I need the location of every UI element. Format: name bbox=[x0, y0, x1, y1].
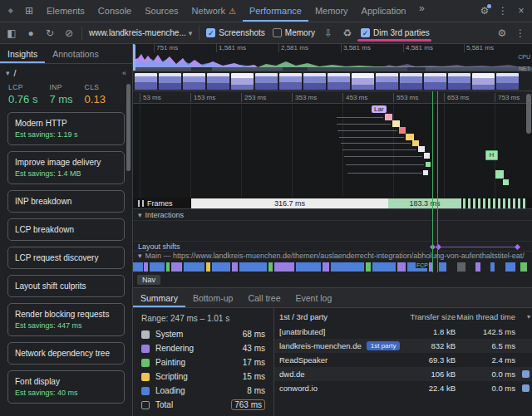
screenshot-thumbnail[interactable] bbox=[303, 73, 326, 90]
more-tabs-icon[interactable]: » bbox=[412, 0, 431, 17]
request-block[interactable] bbox=[392, 120, 400, 127]
tab-network[interactable]: Network⚠ bbox=[185, 0, 243, 22]
chevron-down-icon[interactable]: ▾ bbox=[138, 211, 142, 219]
tab-call-tree[interactable]: Call tree bbox=[240, 288, 288, 307]
memory-checkbox[interactable]: Memory bbox=[269, 28, 318, 37]
record-icon[interactable]: ● bbox=[22, 25, 40, 42]
kebab-menu-icon[interactable]: ⋮ bbox=[494, 2, 512, 19]
screenshot-thumbnail[interactable] bbox=[183, 73, 205, 90]
tab-console[interactable]: Console bbox=[91, 0, 138, 22]
frames-track[interactable]: Frames 316.7 ms 183.3 ms bbox=[133, 198, 532, 209]
tab-bottom-up[interactable]: Bottom-up bbox=[185, 288, 240, 307]
metric-lcp[interactable]: LCP 0.76 s bbox=[8, 83, 37, 105]
inspect-element-icon[interactable]: ⌖ bbox=[2, 2, 20, 19]
tab-insights[interactable]: Insights bbox=[0, 44, 45, 63]
screenshot-thumbnail[interactable] bbox=[159, 73, 181, 90]
screenshot-thumbnail[interactable] bbox=[400, 73, 422, 90]
tab-summary[interactable]: Summary bbox=[133, 288, 185, 307]
tab-elements[interactable]: Elements bbox=[40, 0, 91, 22]
request-block[interactable] bbox=[406, 134, 414, 140]
table-row[interactable]: conword.io 22.4 kB 0.0 ms bbox=[274, 381, 532, 395]
screenshot-thumbnail[interactable] bbox=[279, 73, 302, 90]
history-url-select[interactable]: www.landkreis-muenche...▾ bbox=[86, 27, 195, 39]
tab-event-log[interactable]: Event log bbox=[288, 288, 340, 307]
screenshot-thumbnail[interactable] bbox=[328, 73, 350, 90]
scope-row[interactable]: ▾ / « bbox=[0, 64, 132, 81]
sidebar-scrollbar[interactable] bbox=[126, 84, 131, 171]
tab-performance[interactable]: Performance bbox=[243, 0, 308, 22]
device-toolbar-icon[interactable]: ⊞ bbox=[20, 2, 38, 19]
screenshot-filmstrip[interactable] bbox=[133, 71, 532, 91]
table-row[interactable]: ReadSpeaker 69.3 kB 2.4 ms bbox=[274, 353, 532, 367]
chevron-down-icon[interactable]: ▾ bbox=[138, 252, 142, 262]
request-chip[interactable]: Lar bbox=[372, 105, 387, 113]
settings-gear-icon[interactable]: ⚙ bbox=[475, 2, 494, 19]
layout-shifts-track[interactable]: Layout shifts bbox=[133, 241, 532, 252]
main-thread-activity-strip[interactable] bbox=[133, 262, 532, 272]
screenshot-thumbnail[interactable] bbox=[135, 73, 157, 90]
screenshot-thumbnail[interactable] bbox=[352, 73, 374, 90]
request-block[interactable] bbox=[426, 162, 431, 167]
screenshot-thumbnail[interactable] bbox=[231, 73, 254, 90]
table-row[interactable]: landkreis-muenchen.de1st party 832 kB 6.… bbox=[274, 339, 532, 353]
time-ruler[interactable]: 53 ms 153 ms 253 ms 353 ms 453 ms 553 ms… bbox=[133, 91, 532, 104]
save-profile-icon[interactable]: ⇩ bbox=[319, 25, 337, 42]
screenshot-thumbnail[interactable] bbox=[496, 73, 519, 90]
main-thread-track-header[interactable]: ▾ Main — https://www.landkreis-muenchen.… bbox=[133, 252, 532, 262]
row-action-icon[interactable] bbox=[522, 384, 530, 392]
screenshot-thumbnail[interactable] bbox=[376, 73, 398, 90]
request-block[interactable] bbox=[423, 170, 428, 175]
screenshot-thumbnail[interactable] bbox=[472, 73, 495, 90]
collapse-sidebar-icon[interactable]: « bbox=[122, 69, 126, 77]
clear-icon[interactable]: ⊘ bbox=[60, 25, 78, 42]
panel-kebab-menu-icon[interactable]: ⋮ bbox=[511, 25, 530, 42]
tab-application[interactable]: Application bbox=[355, 0, 413, 22]
screenshots-checkbox[interactable]: ✓ Screenshots bbox=[203, 28, 268, 37]
request-block[interactable] bbox=[399, 127, 406, 134]
network-track-canvas[interactable]: Lar H bbox=[133, 104, 532, 198]
table-row[interactable]: [unattributed] 1.8 kB 142.5 ms bbox=[274, 325, 532, 339]
sort-icon[interactable]: ▾ bbox=[527, 313, 530, 321]
insight-card-inp-breakdown[interactable]: INP breakdown bbox=[7, 190, 125, 213]
request-block[interactable] bbox=[503, 179, 509, 185]
insight-card-improve-image-delivery[interactable]: Improve image delivery Est savings: 1.4 … bbox=[7, 151, 125, 184]
request-block[interactable] bbox=[412, 140, 419, 146]
capture-settings-gear-icon[interactable]: ⚙ bbox=[493, 25, 511, 42]
insight-card-render-blocking-requests[interactable]: Render blocking requests Est savings: 44… bbox=[7, 303, 125, 336]
metric-inp[interactable]: INP 7 ms bbox=[49, 83, 72, 105]
insight-card-lcp-breakdown[interactable]: LCP breakdown bbox=[7, 218, 125, 241]
overview-window-handle[interactable] bbox=[133, 44, 135, 71]
layout-shift-marker[interactable] bbox=[515, 244, 520, 250]
timeline-overview[interactable]: 751 ms 1,581 ms 2,581 ms 3,581 ms 4,581 … bbox=[133, 44, 532, 71]
timeline-vertical-scrollbar[interactable] bbox=[526, 94, 531, 134]
insight-card-font-display[interactable]: Font display Est savings: 40 ms bbox=[7, 370, 125, 404]
frame-ticks[interactable] bbox=[463, 198, 526, 208]
frame-segment[interactable]: 316.7 ms bbox=[191, 198, 388, 208]
insight-card-modern-http[interactable]: Modern HTTP Est savings: 1.19 s bbox=[7, 112, 125, 145]
table-row[interactable]: dwd.de 106 kB 0.0 ms bbox=[274, 367, 532, 381]
insight-card-layout-shift-culprits[interactable]: Layout shift culprits bbox=[7, 275, 125, 297]
metric-cls[interactable]: CLS 0.13 bbox=[85, 83, 106, 105]
request-block[interactable] bbox=[424, 153, 430, 159]
insight-card-network-dependency-tree[interactable]: Network dependency tree bbox=[7, 342, 125, 365]
row-action-icon[interactable] bbox=[522, 370, 530, 378]
toggle-sidebar-icon[interactable]: ◧ bbox=[2, 25, 21, 42]
tab-sources[interactable]: Sources bbox=[138, 0, 185, 22]
insight-card-lcp-request-discovery[interactable]: LCP request discovery bbox=[7, 247, 125, 269]
screenshot-thumbnail[interactable] bbox=[207, 73, 229, 90]
nav-badge[interactable]: Nav bbox=[137, 275, 160, 285]
screenshot-thumbnail[interactable] bbox=[448, 73, 470, 90]
tab-memory[interactable]: Memory bbox=[308, 0, 355, 22]
frame-segment[interactable]: 183.3 ms bbox=[388, 198, 461, 208]
close-icon[interactable]: × bbox=[512, 2, 530, 19]
request-block[interactable] bbox=[385, 114, 392, 120]
request-chip[interactable]: H bbox=[485, 150, 498, 160]
screenshot-thumbnail[interactable] bbox=[424, 73, 446, 90]
request-block[interactable] bbox=[495, 170, 504, 179]
dim-third-parties-checkbox[interactable]: ✓ Dim 3rd parties bbox=[357, 28, 433, 37]
collect-garbage-icon[interactable]: ♻ bbox=[338, 25, 357, 42]
record-and-reload-icon[interactable]: ↻ bbox=[41, 25, 59, 42]
request-block[interactable] bbox=[418, 146, 425, 152]
tab-annotations[interactable]: Annotations bbox=[45, 44, 106, 63]
interactions-track[interactable]: ▾ Interactions bbox=[133, 209, 532, 221]
